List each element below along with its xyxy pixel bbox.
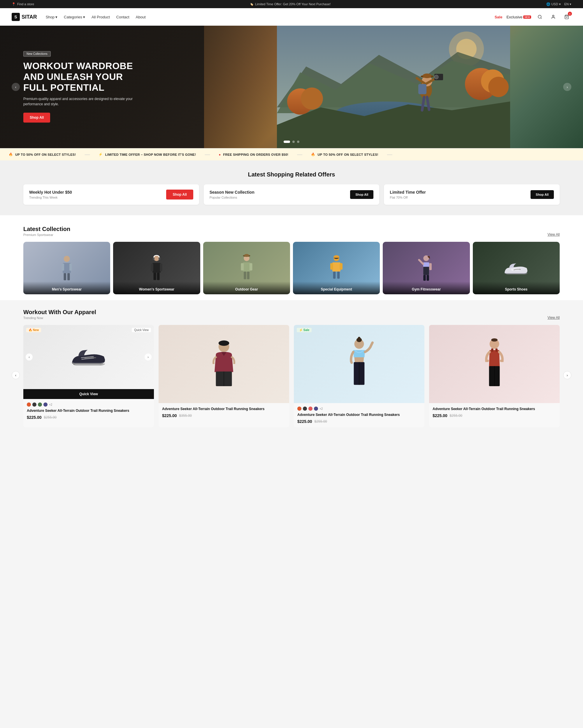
main-nav: Shop ▾ Categories ▾ All Product Contact … xyxy=(46,15,495,19)
swatch-black-1[interactable] xyxy=(32,402,36,407)
offer-info-1: Weekly Hot Under $50 Trending This Week xyxy=(29,190,72,199)
offer-info-3: Limited Time Offer Flat 70% Off xyxy=(390,190,425,199)
svg-rect-32 xyxy=(67,273,70,281)
quick-view-top-1[interactable]: Quick View xyxy=(132,328,151,332)
offer-info-2: Season New Collection Popular Collection… xyxy=(210,190,254,199)
hero-prev-btn[interactable]: ‹ xyxy=(12,83,20,91)
search-button[interactable] xyxy=(535,12,545,22)
collection-grid: Men's Sportswear Women's Sportswear xyxy=(23,242,560,294)
svg-rect-48 xyxy=(247,271,249,280)
offer-cta-2[interactable]: Shop All xyxy=(350,190,373,199)
circle-icon: ● xyxy=(219,153,221,156)
product-name-1: Adventure Seeker All-Terrain Outdoor Tra… xyxy=(27,408,150,413)
logo[interactable]: S SITAR xyxy=(12,13,37,21)
svg-rect-52 xyxy=(330,263,333,269)
dot-2[interactable] xyxy=(293,140,295,143)
price-3: $225.00 xyxy=(297,419,312,424)
svg-line-58 xyxy=(419,260,423,264)
swatch-red-3[interactable] xyxy=(308,407,312,411)
swatch-blue-3[interactable] xyxy=(314,407,318,411)
swatch-blue-1[interactable] xyxy=(44,402,48,407)
pricing-2: $225.00 $355.00 xyxy=(162,413,286,418)
collection-subtitle: Premium Sportswear xyxy=(23,233,70,237)
swatches-1: +2 xyxy=(27,402,150,407)
nav-about[interactable]: About xyxy=(136,15,146,19)
offers-title: Latest Shopping Related Offers xyxy=(23,171,560,178)
nav-categories[interactable]: Categories ▾ xyxy=(64,15,85,19)
svg-point-77 xyxy=(491,338,498,341)
hero-cta[interactable]: Shop All xyxy=(23,113,50,123)
apparel-view-all[interactable]: View All xyxy=(548,316,560,320)
hero-title: WORKOUT WARDROBE AND UNLEASH YOUR FULL P… xyxy=(23,61,134,93)
product-info-3: +2 Adventure Seeker All-Terrain Outdoor … xyxy=(294,403,424,427)
swatch-green-1[interactable] xyxy=(38,402,42,407)
nav-shop[interactable]: Shop ▾ xyxy=(46,15,57,19)
product-name-4: Adventure Seeker All-Terrain Outdoor Tra… xyxy=(433,407,556,412)
hero-next-btn[interactable]: › xyxy=(563,83,571,91)
find-store[interactable]: 📍 Find a store xyxy=(12,2,34,6)
svg-rect-36 xyxy=(152,263,161,273)
price-4: $225.00 xyxy=(433,413,447,418)
offer-subtitle-2: Popular Collections xyxy=(210,196,254,199)
collection-view-all[interactable]: View All xyxy=(548,232,560,237)
products-row: 🔥 New Quick View ‹ xyxy=(23,325,560,427)
hero-banner: New Collections WORKOUT WARDROBE AND UNL… xyxy=(0,26,583,148)
offer-title-1: Weekly Hot Under $50 xyxy=(29,190,72,194)
svg-rect-55 xyxy=(337,271,340,279)
nav-right: Sale Exclusive NEW 1 xyxy=(495,12,571,22)
collection-card-equipment[interactable]: Special Equipment xyxy=(293,242,380,294)
svg-rect-80 xyxy=(496,348,498,352)
svg-rect-44 xyxy=(243,262,250,271)
product-1-prev[interactable]: ‹ xyxy=(26,354,33,361)
pricing-3: $225.00 $255.00 xyxy=(297,419,421,424)
hero-content: New Collections WORKOUT WARDROBE AND UNL… xyxy=(23,51,134,123)
quick-view-btn-1[interactable]: Quick View xyxy=(23,389,154,399)
collection-card-shoes[interactable]: Sports Shoes xyxy=(473,242,560,294)
swatch-black-3[interactable] xyxy=(303,407,307,411)
sale-link[interactable]: Sale xyxy=(495,15,503,19)
svg-point-15 xyxy=(488,77,509,97)
collection-card-outdoor[interactable]: Outdoor Gear xyxy=(203,242,290,294)
nav-contact[interactable]: Contact xyxy=(116,15,130,19)
account-button[interactable] xyxy=(549,12,558,22)
price-2: $225.00 xyxy=(162,413,177,418)
svg-rect-60 xyxy=(423,267,429,275)
svg-rect-46 xyxy=(250,263,252,270)
badge-new-1: 🔥 New xyxy=(26,328,41,332)
offer-cta-3[interactable]: Shop All xyxy=(530,190,554,199)
dot-3[interactable] xyxy=(297,140,299,143)
svg-point-26 xyxy=(423,74,432,78)
orig-price-1: $255.00 xyxy=(44,415,57,419)
orig-price-4: $255.00 xyxy=(450,414,462,418)
swatch-orange-1[interactable] xyxy=(27,402,31,407)
swatch-orange-3[interactable] xyxy=(297,407,301,411)
offer-subtitle-1: Trending This Week xyxy=(29,196,72,199)
currency-selector[interactable]: 🌐 USD ▾ xyxy=(546,2,560,6)
exclusive-link[interactable]: Exclusive NEW xyxy=(506,15,531,19)
product-image-1: 🔥 New Quick View ‹ xyxy=(23,325,154,389)
nav-all-product[interactable]: All Product xyxy=(91,15,110,19)
ticker-item-3: ● FREE SHIPPING ON ORDERS OVER $50! xyxy=(210,153,297,156)
dot-1[interactable] xyxy=(284,140,290,143)
product-image-2 xyxy=(159,325,289,403)
language-selector[interactable]: EN ▾ xyxy=(564,2,571,6)
collection-card-womens[interactable]: Women's Sportswear xyxy=(113,242,200,294)
product-1-next[interactable]: › xyxy=(145,354,151,361)
offer-title-2: Season New Collection xyxy=(210,190,254,194)
svg-point-27 xyxy=(64,256,70,262)
price-1: $225.00 xyxy=(27,415,42,420)
swatch-more-1: +2 xyxy=(49,403,52,406)
ticker-item-1: 🔥 UP TO 50% OFF ON SELECT STYLES! xyxy=(0,153,85,156)
products-prev-btn[interactable]: ‹ xyxy=(12,371,20,380)
products-next-btn[interactable]: › xyxy=(563,371,571,380)
svg-rect-59 xyxy=(429,263,432,270)
svg-point-68 xyxy=(219,340,229,346)
fire-icon-1: 🔥 xyxy=(9,153,13,156)
bolt-icon: ⚡ xyxy=(99,153,103,156)
collection-card-gym[interactable]: Gym Fitnesswear xyxy=(383,242,470,294)
collection-card-mens[interactable]: Men's Sportswear xyxy=(23,242,110,294)
cart-button[interactable]: 1 xyxy=(562,12,571,22)
offer-cta-1[interactable]: Shop All xyxy=(166,189,193,200)
svg-rect-35 xyxy=(159,258,160,260)
collection-section: Latest Collection Premium Sportswear Vie… xyxy=(0,215,583,300)
